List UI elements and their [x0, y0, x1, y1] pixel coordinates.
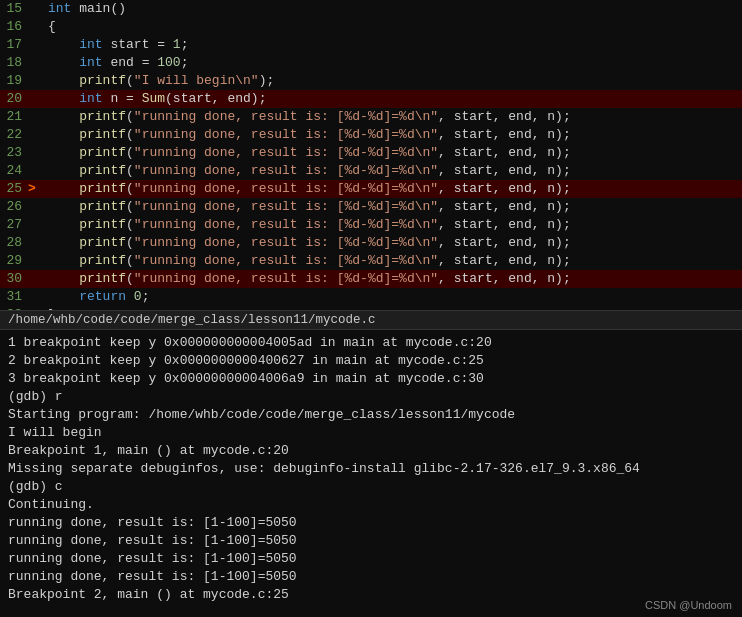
- terminal-line: (gdb) c: [8, 478, 734, 496]
- code-text: {: [46, 18, 742, 36]
- line-number: 21: [0, 108, 28, 126]
- terminal-line: 1 breakpoint keep y 0x000000000004005ad …: [8, 334, 734, 352]
- code-text: int n = Sum(start, end);: [46, 90, 742, 108]
- code-line: 17 int start = 1;: [0, 36, 742, 54]
- line-number: 30: [0, 270, 28, 288]
- terminal-line: Starting program: /home/whb/code/code/me…: [8, 406, 734, 424]
- line-number: 19: [0, 72, 28, 90]
- code-line: 31 return 0;: [0, 288, 742, 306]
- line-number: 32: [0, 306, 28, 310]
- line-number: 31: [0, 288, 28, 306]
- code-line: 19 printf("I will begin\n");: [0, 72, 742, 90]
- line-number: 16: [0, 18, 28, 36]
- code-text: printf("running done, result is: [%d-%d]…: [46, 180, 742, 198]
- file-path-bar: /home/whb/code/code/merge_class/lesson11…: [0, 310, 742, 330]
- code-line: 22 printf("running done, result is: [%d-…: [0, 126, 742, 144]
- code-text: int main(): [46, 0, 742, 18]
- code-text: printf("running done, result is: [%d-%d]…: [46, 198, 742, 216]
- code-line: 27 printf("running done, result is: [%d-…: [0, 216, 742, 234]
- line-number: 15: [0, 0, 28, 18]
- terminal-line: running done, result is: [1-100]=5050: [8, 532, 734, 550]
- line-number: 28: [0, 234, 28, 252]
- terminal-line: 2 breakpoint keep y 0x0000000000400627 i…: [8, 352, 734, 370]
- code-line: 15int main(): [0, 0, 742, 18]
- terminal-line: Missing separate debuginfos, use: debugi…: [8, 460, 734, 478]
- line-number: 25: [0, 180, 28, 198]
- code-text: printf("running done, result is: [%d-%d]…: [46, 126, 742, 144]
- line-number: 23: [0, 144, 28, 162]
- code-line: 23 printf("running done, result is: [%d-…: [0, 144, 742, 162]
- code-line: 28 printf("running done, result is: [%d-…: [0, 234, 742, 252]
- code-line: 25> printf("running done, result is: [%d…: [0, 180, 742, 198]
- line-number: 26: [0, 198, 28, 216]
- terminal-line: running done, result is: [1-100]=5050: [8, 514, 734, 532]
- code-text: }: [46, 306, 742, 310]
- code-text: printf("I will begin\n");: [46, 72, 742, 90]
- code-line: 24 printf("running done, result is: [%d-…: [0, 162, 742, 180]
- code-text: printf("running done, result is: [%d-%d]…: [46, 270, 742, 288]
- line-number: 22: [0, 126, 28, 144]
- code-text: printf("running done, result is: [%d-%d]…: [46, 252, 742, 270]
- code-line: 26 printf("running done, result is: [%d-…: [0, 198, 742, 216]
- terminal-line: Breakpoint 1, main () at mycode.c:20: [8, 442, 734, 460]
- terminal-line: I will begin: [8, 424, 734, 442]
- terminal-line: Continuing.: [8, 496, 734, 514]
- code-text: printf("running done, result is: [%d-%d]…: [46, 234, 742, 252]
- line-number: 18: [0, 54, 28, 72]
- terminal-line: Breakpoint 2, main () at mycode.c:25: [8, 586, 734, 604]
- code-text: return 0;: [46, 288, 742, 306]
- terminal-output: 1 breakpoint keep y 0x000000000004005ad …: [0, 330, 742, 617]
- line-number: 20: [0, 90, 28, 108]
- watermark: CSDN @Undoom: [645, 599, 732, 611]
- code-line: 18 int end = 100;: [0, 54, 742, 72]
- code-line: 29 printf("running done, result is: [%d-…: [0, 252, 742, 270]
- line-number: 24: [0, 162, 28, 180]
- code-editor: 15int main()16{17 int start = 1;18 int e…: [0, 0, 742, 310]
- line-number: 27: [0, 216, 28, 234]
- terminal-line: running done, result is: [1-100]=5050: [8, 550, 734, 568]
- code-text: printf("running done, result is: [%d-%d]…: [46, 144, 742, 162]
- code-line: 32}: [0, 306, 742, 310]
- terminal-line: (gdb) r: [8, 388, 734, 406]
- code-text: int end = 100;: [46, 54, 742, 72]
- code-text: printf("running done, result is: [%d-%d]…: [46, 162, 742, 180]
- arrow-indicator: >: [28, 180, 46, 198]
- line-number: 17: [0, 36, 28, 54]
- line-number: 29: [0, 252, 28, 270]
- code-line: 16{: [0, 18, 742, 36]
- code-text: int start = 1;: [46, 36, 742, 54]
- code-line: 21 printf("running done, result is: [%d-…: [0, 108, 742, 126]
- code-line: 20 int n = Sum(start, end);: [0, 90, 742, 108]
- terminal-line: running done, result is: [1-100]=5050: [8, 568, 734, 586]
- code-text: printf("running done, result is: [%d-%d]…: [46, 216, 742, 234]
- code-text: printf("running done, result is: [%d-%d]…: [46, 108, 742, 126]
- terminal-line: 3 breakpoint keep y 0x00000000004006a9 i…: [8, 370, 734, 388]
- code-line: 30 printf("running done, result is: [%d-…: [0, 270, 742, 288]
